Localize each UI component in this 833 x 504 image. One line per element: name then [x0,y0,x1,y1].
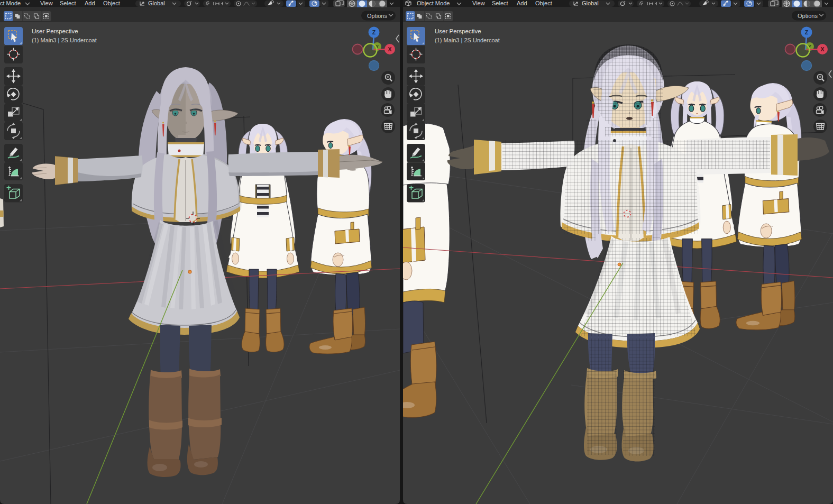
svg-text:Select: Select [60,0,76,6]
svg-text:User Perspective: User Perspective [32,28,78,34]
svg-text:Select: Select [492,0,508,6]
svg-text:(1) Main3 | 2S.Undercoat: (1) Main3 | 2S.Undercoat [435,37,500,43]
svg-text:View: View [40,0,53,6]
svg-text:Add: Add [85,0,95,6]
svg-text:Global: Global [582,0,599,6]
svg-text:User Perspective: User Perspective [435,28,481,34]
svg-text:Object: Object [103,0,120,6]
svg-text:Object: Object [535,0,552,6]
svg-text:Global: Global [148,0,165,6]
svg-text:Add: Add [517,0,527,6]
svg-text:(1) Main3 | 2S.Undercoat: (1) Main3 | 2S.Undercoat [32,37,97,43]
svg-text:View: View [472,0,485,6]
svg-text:ct Mode: ct Mode [0,0,21,6]
svg-text:Options: Options [367,13,387,19]
svg-text:Object Mode: Object Mode [417,0,450,6]
svg-text:Options: Options [798,13,818,19]
